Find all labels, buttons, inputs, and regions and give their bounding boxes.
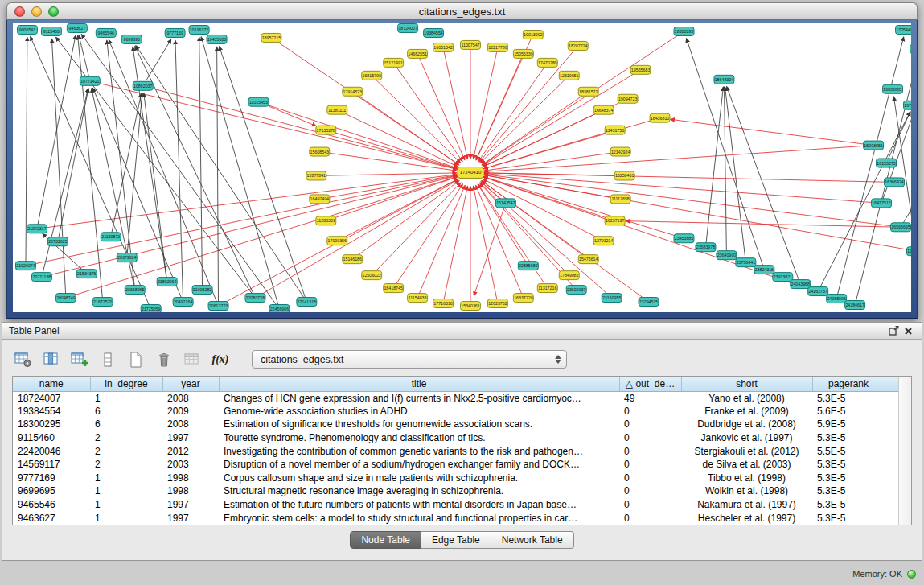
network-node[interactable]: 21926974 (15, 262, 35, 270)
network-node[interactable]: 17240410 (458, 167, 483, 179)
table-cell[interactable]: Disruption of a novel member of a sodium… (219, 458, 619, 472)
table-cell[interactable]: 5.6E-5 (812, 405, 885, 418)
network-node[interactable]: 20048749 (55, 294, 76, 303)
table-row[interactable]: 1830029562008Estimation of significance … (13, 418, 898, 431)
network-edge[interactable] (42, 175, 458, 277)
network-node[interactable]: 12877841 (306, 171, 326, 180)
network-node[interactable]: 23933821 (773, 273, 793, 282)
network-edge[interactable] (42, 88, 88, 277)
table-cell[interactable]: 5.3E-5 (812, 431, 885, 445)
network-edge[interactable] (686, 38, 764, 270)
network-node[interactable]: 16418745 (384, 284, 404, 293)
network-edge[interactable] (90, 81, 458, 170)
network-node[interactable]: 23756441 (736, 258, 756, 267)
network-node[interactable]: 15143547 (495, 199, 515, 208)
network-node[interactable]: 22083728 (245, 294, 265, 303)
network-edge[interactable] (483, 179, 604, 241)
network-node[interactable]: 20613723 (208, 302, 228, 311)
table-cell[interactable]: 9699695 (13, 484, 90, 498)
table-cell[interactable]: 2 (90, 444, 162, 458)
show-columns-icon[interactable] (42, 351, 61, 369)
network-edge[interactable] (474, 47, 498, 159)
table-row[interactable]: 1938455462009Genome-wide association stu… (13, 405, 898, 418)
network-node[interactable]: 17054496 (896, 25, 911, 34)
zoom-window-button[interactable] (48, 6, 59, 17)
network-node[interactable]: 10771421 (80, 76, 100, 85)
network-node[interactable]: 23583978 (696, 243, 716, 252)
network-node[interactable]: 11112658 (610, 195, 630, 204)
column-header[interactable]: △ out_de… (619, 377, 681, 391)
table-cell[interactable]: 0 (619, 484, 681, 498)
network-edge[interactable] (443, 186, 467, 303)
network-edge[interactable] (484, 173, 894, 183)
column-header[interactable]: pagerank (812, 377, 885, 391)
tab-network-table[interactable]: Network Table (491, 531, 574, 549)
network-node[interactable]: 21908282 (192, 286, 212, 295)
network-node[interactable]: 20492164 (173, 298, 193, 307)
network-edge[interactable] (37, 175, 457, 229)
network-node[interactable]: 11007547 (461, 40, 481, 49)
import-table-icon[interactable] (183, 351, 202, 369)
table-cell[interactable]: 6 (90, 405, 162, 418)
network-node[interactable]: 16477512 (872, 199, 892, 208)
table-cell[interactable]: 1 (90, 498, 162, 512)
table-scrollbar[interactable] (898, 377, 911, 525)
network-node[interactable]: 22141318 (297, 298, 317, 307)
table-cell[interactable]: 0 (619, 431, 681, 445)
table-cell[interactable]: Embryonic stem cells: a model to study s… (219, 511, 619, 525)
network-edge[interactable] (58, 89, 88, 242)
table-cell[interactable]: 0 (619, 444, 681, 458)
network-node[interactable]: 15608543 (310, 147, 330, 156)
network-node[interactable]: 10862037 (133, 81, 153, 90)
table-row[interactable]: 1456911722003Disruption of a novel membe… (13, 458, 898, 472)
network-node[interactable]: 24384617 (845, 301, 865, 310)
network-edge[interactable] (107, 40, 135, 290)
network-node[interactable]: 18381571 (578, 87, 598, 96)
network-node[interactable]: 18648324 (714, 75, 734, 84)
network-node[interactable]: 19013092 (523, 30, 543, 39)
network-node[interactable]: 16815790 (362, 71, 382, 80)
table-cell[interactable]: Corpus callosum shape and size in male p… (219, 472, 619, 485)
network-node[interactable]: 14662551 (408, 49, 428, 58)
network-node[interactable]: 23020937 (566, 286, 586, 295)
column-header[interactable]: short (681, 377, 812, 391)
table-row[interactable]: 911546021997Tourette syndrome. Phenomeno… (13, 431, 898, 445)
network-edge[interactable] (127, 93, 142, 257)
network-node[interactable]: 21725059 (141, 305, 161, 312)
network-node[interactable]: 16648374 (593, 105, 614, 114)
table-cell[interactable]: 1 (90, 472, 162, 485)
network-node[interactable]: 21802064 (157, 278, 177, 286)
network-edge[interactable] (81, 34, 279, 309)
network-edge[interactable] (109, 39, 218, 306)
table-cell[interactable]: Structural magnetic resonance image aver… (219, 484, 619, 498)
network-node[interactable]: 22456906 (269, 305, 290, 312)
table-cell[interactable]: Estimation of significance thresholds fo… (219, 418, 619, 431)
network-edge[interactable] (725, 87, 746, 262)
column-header[interactable]: in_degree (90, 377, 162, 391)
new-network-from-table-icon[interactable] (126, 351, 146, 369)
network-node[interactable]: 16940358 (910, 44, 911, 53)
table-cell[interactable]: Tibbo et al. (1998) (681, 472, 812, 485)
network-edge[interactable] (372, 183, 461, 275)
network-node[interactable]: 21150872 (101, 233, 121, 241)
network-node[interactable]: 11283309 (316, 216, 336, 225)
table-row[interactable]: 977716911998Corpus callosum shape and si… (13, 472, 898, 485)
network-node[interactable]: 9463627 (67, 23, 87, 32)
table-cell[interactable]: 5.3E-5 (812, 472, 885, 485)
table-cell[interactable]: Nakamura et al. (1997) (681, 498, 812, 512)
table-cell[interactable]: 2012 (162, 444, 219, 458)
table-row[interactable]: 946554611997Estimation of the future num… (13, 498, 898, 512)
table-cell[interactable]: 5.5E-5 (812, 444, 885, 458)
function-builder-icon[interactable]: f(x) (211, 351, 230, 369)
column-header[interactable]: year (162, 377, 219, 391)
network-node[interactable]: 17716316 (433, 299, 454, 308)
network-node[interactable]: 18957215 (261, 33, 281, 42)
network-edge[interactable] (78, 35, 103, 302)
network-node[interactable]: 21534376 (76, 270, 97, 278)
table-cell[interactable]: 2 (90, 431, 162, 445)
network-node[interactable]: 23640990 (717, 251, 737, 260)
network-node[interactable]: 22885689 (518, 262, 538, 270)
table-cell[interactable]: 6 (90, 418, 162, 431)
network-node[interactable]: 9465546 (96, 28, 116, 37)
table-cell[interactable]: Stergiakouli et al. (2012) (681, 444, 812, 458)
